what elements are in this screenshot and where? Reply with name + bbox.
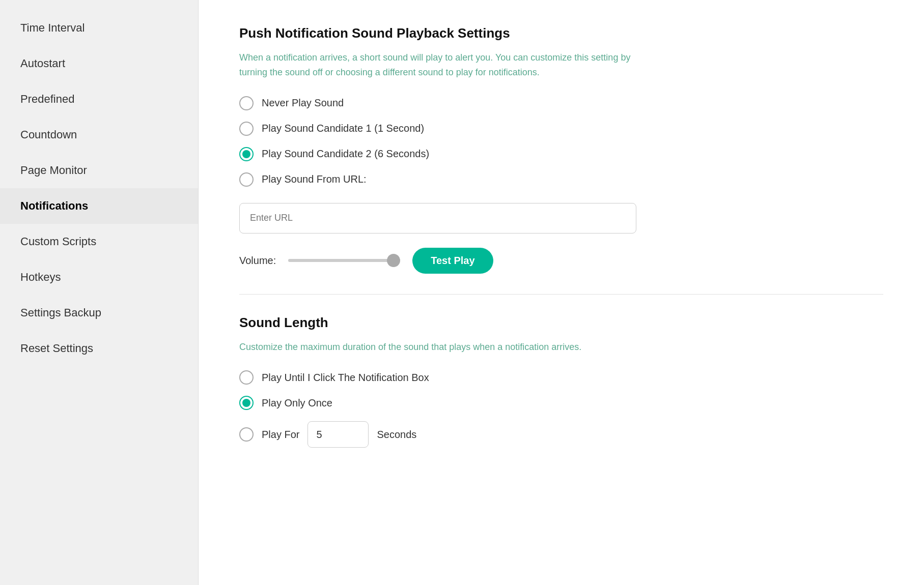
play-for-label: Play For (262, 429, 299, 441)
radio-option-candidate1[interactable]: Play Sound Candidate 1 (1 Second) (239, 122, 883, 136)
radio-circle-never (239, 96, 254, 110)
radio-option-from-url[interactable]: Play Sound From URL: (239, 172, 883, 187)
radio-label-candidate1: Play Sound Candidate 1 (1 Second) (262, 123, 424, 134)
url-input[interactable] (239, 203, 636, 233)
sound-length-radio-group: Play Until I Click The Notification BoxP… (239, 370, 883, 448)
push-notification-description: When a notification arrives, a short sou… (239, 50, 657, 80)
sound-length-description: Customize the maximum duration of the so… (239, 340, 657, 355)
sidebar: Time IntervalAutostartPredefinedCountdow… (0, 0, 199, 585)
volume-label: Volume: (239, 255, 276, 267)
sl-radio-label-only-once: Play Only Once (262, 397, 332, 409)
sl-radio-circle-only-once (239, 396, 254, 410)
main-content: Push Notification Sound Playback Setting… (199, 0, 924, 585)
sl-radio-label-until-click: Play Until I Click The Notification Box (262, 372, 429, 384)
section-divider (239, 294, 883, 295)
sidebar-item-page-monitor[interactable]: Page Monitor (0, 153, 198, 188)
sound-length-section: Sound Length Customize the maximum durat… (239, 315, 883, 448)
sidebar-item-hotkeys[interactable]: Hotkeys (0, 259, 198, 295)
sidebar-item-autostart[interactable]: Autostart (0, 46, 198, 81)
push-notification-title: Push Notification Sound Playback Setting… (239, 25, 883, 41)
test-play-button[interactable]: Test Play (412, 248, 493, 274)
sidebar-item-notifications[interactable]: Notifications (0, 188, 198, 224)
sidebar-item-countdown[interactable]: Countdown (0, 117, 198, 153)
radio-option-never[interactable]: Never Play Sound (239, 96, 883, 110)
radio-circle-from-url (239, 172, 254, 187)
radio-label-from-url: Play Sound From URL: (262, 173, 367, 185)
sidebar-item-time-interval[interactable]: Time Interval (0, 10, 198, 46)
radio-label-candidate2: Play Sound Candidate 2 (6 Seconds) (262, 148, 429, 160)
sl-radio-circle-until-click (239, 370, 254, 385)
push-notification-section: Push Notification Sound Playback Setting… (239, 25, 883, 274)
radio-circle-candidate1 (239, 122, 254, 136)
sl-radio-option-only-once[interactable]: Play Only Once (239, 396, 883, 410)
sl-radio-option-play-for[interactable]: Play ForSeconds (239, 421, 883, 448)
radio-circle-candidate2 (239, 147, 254, 161)
play-for-input[interactable] (307, 421, 369, 448)
radio-option-candidate2[interactable]: Play Sound Candidate 2 (6 Seconds) (239, 147, 883, 161)
sound-radio-group: Never Play SoundPlay Sound Candidate 1 (… (239, 96, 883, 187)
volume-slider-track[interactable] (288, 259, 400, 262)
sl-radio-circle-play-for (239, 427, 254, 442)
sl-radio-option-until-click[interactable]: Play Until I Click The Notification Box (239, 370, 883, 385)
sidebar-item-settings-backup[interactable]: Settings Backup (0, 295, 198, 331)
seconds-label: Seconds (377, 429, 416, 441)
sidebar-item-custom-scripts[interactable]: Custom Scripts (0, 224, 198, 259)
sidebar-item-reset-settings[interactable]: Reset Settings (0, 331, 198, 366)
sidebar-item-predefined[interactable]: Predefined (0, 81, 198, 117)
volume-row: Volume: Test Play (239, 248, 883, 274)
radio-label-never: Never Play Sound (262, 97, 344, 109)
sound-length-title: Sound Length (239, 315, 883, 331)
volume-slider-thumb[interactable] (387, 254, 400, 267)
